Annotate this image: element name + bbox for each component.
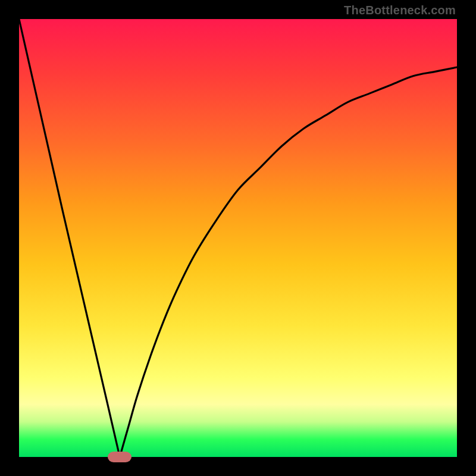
watermark-text: TheBottleneck.com (344, 4, 456, 17)
plot-area (19, 19, 457, 457)
optimum-marker (108, 452, 131, 462)
curve-svg (19, 19, 457, 457)
bottleneck-curve (19, 19, 457, 457)
chart-frame: TheBottleneck.com (0, 0, 476, 476)
